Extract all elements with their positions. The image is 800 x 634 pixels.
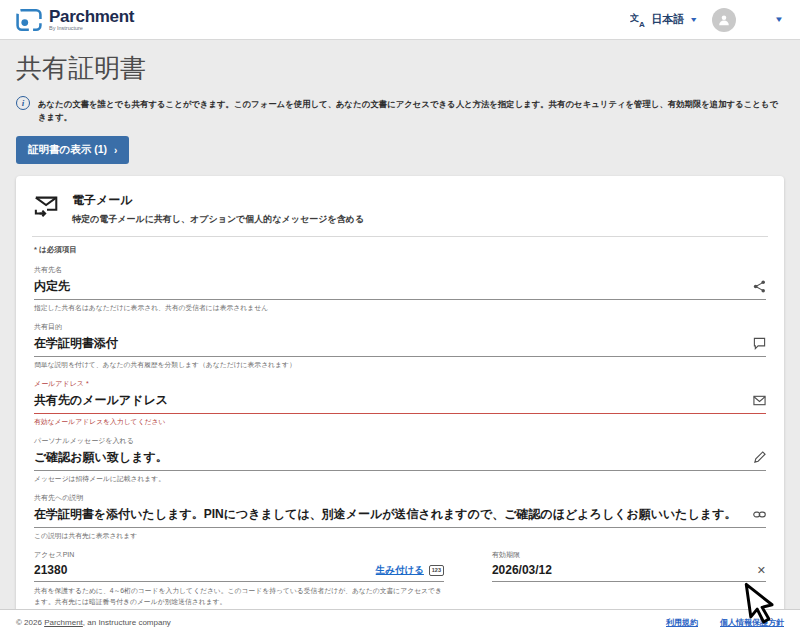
message-input[interactable]: ご確認お願い致します。: [34, 449, 766, 471]
privacy-link[interactable]: 個人情報保護方針: [720, 617, 784, 628]
share-name-label: 共有先名: [34, 265, 766, 275]
email-input[interactable]: 共有先のメールアドレス: [34, 392, 766, 414]
language-selector[interactable]: 文 A 日本語 ▼: [630, 12, 698, 28]
share-name-input[interactable]: 内定先: [34, 278, 766, 300]
info-banner: i あなたの文書を誰とでも共有することができます。このフォームを使用して、あなた…: [16, 96, 784, 123]
email-error-text: 有効なメールアドレスを入力してください: [34, 417, 766, 427]
generate-pin-link[interactable]: 生み付ける: [376, 564, 424, 577]
email-send-icon: [34, 194, 60, 218]
description-input[interactable]: 在学証明書を添付いたします。PINにつきましては、別途メールが送信されますので、…: [34, 506, 766, 528]
field-message: パーソナルメッセージを入れる ご確認お願い致します。 メッセージは招待メールに記…: [34, 436, 766, 484]
share-name-value: 内定先: [34, 278, 70, 295]
account-chevron-down-icon[interactable]: ▼: [774, 15, 784, 24]
message-helper: メッセージは招待メールに記載されます。: [34, 474, 766, 484]
avatar[interactable]: [712, 8, 736, 32]
footer: © 2026 Parchment, an Instructure company…: [0, 609, 800, 634]
page-title: 共有証明書: [16, 51, 784, 86]
email-label: メールアドレス *: [34, 379, 766, 389]
translate-icon: 文 A: [630, 12, 646, 28]
purpose-label: 共有目的: [34, 322, 766, 332]
email-value: 共有先のメールアドレス: [34, 392, 168, 409]
pin-input[interactable]: 21380 生み付ける 123: [34, 563, 444, 582]
purpose-input[interactable]: 在学証明書添付: [34, 335, 766, 357]
method-header: 電子メール 特定の電子メールに共有し、オプションで個人的なメッセージを含める: [32, 190, 768, 226]
method-description: 特定の電子メールに共有し、オプションで個人的なメッセージを含める: [72, 213, 364, 226]
language-label: 日本語: [651, 12, 684, 27]
terms-link[interactable]: 利用規約: [666, 617, 698, 628]
comment-icon: [753, 337, 766, 350]
description-label: 共有先への説明: [34, 493, 766, 503]
field-expiry: 有効期限 2026/03/12 ✕: [492, 550, 766, 608]
pin-helper: 共有を保護するために、4～6桁のコードを入力してください。このコードを持っている…: [34, 586, 444, 608]
description-value: 在学証明書を添付いたします。PINにつきましては、別途メールが送信されますので、…: [34, 506, 736, 523]
chevron-right-icon: ›: [114, 145, 117, 156]
pin-value: 21380: [34, 563, 67, 577]
share-icon: [753, 280, 766, 293]
method-title: 電子メール: [72, 192, 364, 209]
purpose-value: 在学証明書添付: [34, 335, 118, 352]
purpose-helper: 簡単な説明を付けて、あなたの共有履歴を分類します（あなただけに表示されます）: [34, 360, 766, 370]
description-helper: この説明は共有先に表示されます: [34, 531, 766, 541]
field-purpose: 共有目的 在学証明書添付 簡単な説明を付けて、あなたの共有履歴を分類します（あな…: [34, 322, 766, 370]
svg-text:A: A: [639, 20, 645, 28]
top-bar: Parchment By Instructure 文 A 日本語 ▼ ▼: [0, 0, 800, 40]
brand-subtitle: By Instructure: [49, 26, 134, 32]
copyright-suffix: , an Instructure company: [83, 618, 171, 627]
clear-expiry-icon[interactable]: ✕: [757, 564, 766, 577]
message-label: パーソナルメッセージを入れる: [34, 436, 766, 446]
chevron-down-icon: ▼: [689, 16, 698, 24]
expiry-label: 有効期限: [492, 550, 766, 560]
share-name-helper: 指定した共有名はあなただけに表示され、共有の受信者には表示されません: [34, 303, 766, 313]
parchment-footer-link[interactable]: Parchment: [44, 618, 83, 627]
pin-expiry-row: アクセスPIN 21380 生み付ける 123 共有を保護するために、4～6桁の…: [34, 550, 766, 608]
expiry-value: 2026/03/12: [492, 563, 552, 577]
view-credentials-button[interactable]: 証明書の表示 (1) ›: [16, 136, 129, 164]
field-description: 共有先への説明 在学証明書を添付いたします。PINにつきましては、別途メールが送…: [34, 493, 766, 541]
email-share-card: 電子メール 特定の電子メールに共有し、オプションで個人的なメッセージを含める *…: [16, 176, 784, 634]
copyright-prefix: © 2026: [16, 618, 44, 627]
brand-name: Parchment: [49, 8, 134, 25]
field-access-pin: アクセスPIN 21380 生み付ける 123 共有を保護するために、4～6桁の…: [34, 550, 444, 608]
pin-label: アクセスPIN: [34, 550, 444, 560]
user-icon: [717, 13, 731, 27]
svg-text:文: 文: [630, 13, 639, 23]
field-email: メールアドレス * 共有先のメールアドレス 有効なメールアドレスを入力してくださ…: [34, 379, 766, 427]
link-icon: [753, 508, 766, 521]
copyright: © 2026 Parchment, an Instructure company: [16, 618, 171, 627]
info-icon: i: [16, 96, 30, 110]
keypad-icon: 123: [429, 565, 444, 576]
envelope-icon: [753, 394, 766, 407]
divider: [32, 236, 768, 237]
parchment-logo-icon: [16, 9, 42, 31]
message-value: ご確認お願い致します。: [34, 449, 168, 466]
parchment-logo[interactable]: Parchment By Instructure: [16, 8, 134, 32]
expiry-input[interactable]: 2026/03/12 ✕: [492, 563, 766, 582]
field-share-name: 共有先名 内定先 指定した共有名はあなただけに表示され、共有の受信者には表示され…: [34, 265, 766, 313]
info-text: あなたの文書を誰とでも共有することができます。このフォームを使用して、あなたの文…: [38, 96, 784, 123]
required-note: * は必須項目: [34, 245, 768, 255]
view-credentials-label: 証明書の表示 (1): [28, 143, 107, 157]
pencil-icon: [753, 451, 766, 464]
